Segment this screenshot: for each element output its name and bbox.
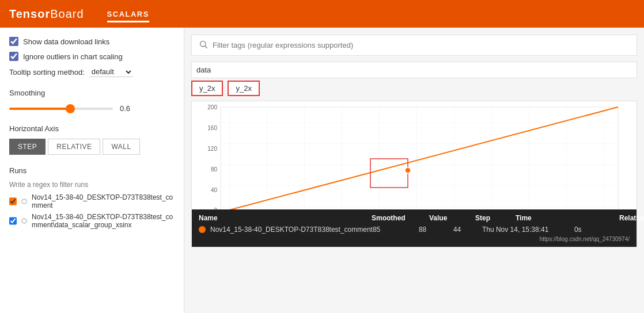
svg-line-1: [205, 46, 207, 48]
tooltip-sorting-select[interactable]: default: [89, 67, 133, 77]
run-item-1: Nov14_15-38-40_DESKTOP-D73T838test_comme…: [9, 213, 175, 229]
tooltip-cols: Nov14_15-38-40_DESKTOP-D73T838test_comme…: [210, 226, 630, 234]
tooltip-header-name: Name: [199, 214, 360, 222]
show-download-label: Show data download links: [23, 37, 109, 46]
runs-filter-label: Write a regex to filter runs: [9, 181, 175, 189]
run-dot-1: [21, 218, 27, 224]
tooltip-name: Nov14_15-38-40_DESKTOP-D73T838test_comme…: [210, 226, 373, 234]
run-name-0: Nov14_15-38-40_DESKTOP-D73T838test_comme…: [32, 193, 175, 209]
smoothing-title: Smoothing: [9, 89, 175, 97]
tooltip-relative: 0s: [574, 226, 603, 234]
logo-light: Board: [50, 7, 84, 20]
svg-text:200: 200: [207, 104, 217, 110]
tooltip-overlay: Name Smoothed Value Step Time Relative N…: [192, 209, 637, 247]
run-checkbox-1[interactable]: [9, 217, 17, 225]
svg-point-22: [405, 167, 411, 173]
runs-title: Runs: [9, 166, 175, 175]
app-logo: TensorBoard: [9, 7, 84, 21]
run-dot-0: [21, 199, 27, 204]
chart-wrapper: 200 160 120 80 40 0 0 10 20 30 40 50 60 …: [191, 101, 637, 247]
tooltip-header: Name Smoothed Value Step Time Relative: [199, 214, 630, 222]
tooltip-dot: [199, 226, 206, 233]
tag-items-row: y_2x y_2x: [191, 81, 637, 96]
tooltip-value: 88: [419, 226, 453, 234]
nav-scalars[interactable]: SCALARS: [107, 10, 149, 22]
layout: Show data download links Ignore outliers…: [0, 28, 644, 313]
horizontal-axis-title: Horizontal Axis: [9, 124, 175, 133]
main-nav[interactable]: SCALARS: [107, 10, 149, 18]
run-checkbox-0[interactable]: [9, 197, 17, 205]
header: TensorBoard SCALARS: [0, 0, 644, 28]
smoothing-value: 0.6: [120, 104, 136, 113]
ignore-outliers-label: Ignore outliers in chart scaling: [23, 52, 123, 61]
tooltip-data-row: Nov14_15-38-40_DESKTOP-D73T838test_comme…: [199, 226, 630, 234]
horizontal-axis-section: Horizontal Axis STEP RELATIVE WALL: [9, 124, 175, 155]
svg-text:120: 120: [207, 146, 217, 152]
tooltip-time: Thu Nov 14, 15:38:41: [482, 226, 574, 234]
runs-section: Runs Write a regex to filter runs Nov14_…: [9, 166, 175, 229]
run-item-0: Nov14_15-38-40_DESKTOP-D73T838test_comme…: [9, 193, 175, 209]
chart-svg: 200 160 120 80 40 0 0 10 20 30 40 50 60 …: [192, 101, 630, 228]
svg-text:40: 40: [211, 187, 218, 193]
tooltip-header-time: Time: [516, 214, 608, 222]
ignore-outliers-checkbox[interactable]: [9, 52, 18, 61]
svg-text:160: 160: [207, 125, 217, 131]
tooltip-header-value: Value: [429, 214, 464, 222]
show-download-row: Show data download links: [9, 37, 175, 46]
axis-buttons: STEP RELATIVE WALL: [9, 139, 175, 155]
show-download-checkbox[interactable]: [9, 37, 18, 46]
smoothing-row: 0.6: [9, 104, 175, 113]
filter-input[interactable]: [213, 41, 630, 49]
tooltip-step: 44: [453, 226, 482, 234]
search-icon: [199, 40, 208, 51]
axis-btn-relative[interactable]: RELATIVE: [48, 139, 100, 155]
data-label: data: [191, 62, 637, 78]
smoothing-slider[interactable]: [9, 108, 113, 110]
tag-item-1[interactable]: y_2x: [228, 81, 259, 96]
main-content: data y_2x y_2x 200 160 120 80: [184, 28, 644, 313]
axis-btn-step[interactable]: STEP: [9, 139, 46, 155]
tooltip-header-smoothed: Smoothed: [372, 214, 418, 222]
smoothing-section: Smoothing 0.6: [9, 89, 175, 113]
tooltip-header-relative: Relative: [619, 214, 644, 222]
logo-bold: Tensor: [9, 7, 50, 20]
sidebar: Show data download links Ignore outliers…: [0, 28, 184, 313]
axis-btn-wall[interactable]: WALL: [103, 139, 139, 155]
tag-item-0[interactable]: y_2x: [191, 81, 223, 96]
run-name-1: Nov14_15-38-40_DESKTOP-D73T838test_comme…: [32, 213, 175, 229]
tooltip-sorting-label: Tooltip sorting method:: [9, 68, 85, 77]
url-bar: https://blog.csdn.net/qq_24730974/: [199, 236, 630, 242]
tooltip-sorting-row: Tooltip sorting method: default: [9, 67, 175, 77]
tooltip-header-step: Step: [475, 214, 504, 222]
tooltip-smoothed: 85: [373, 226, 419, 234]
filter-bar: [191, 35, 637, 56]
ignore-outliers-row: Ignore outliers in chart scaling: [9, 52, 175, 61]
svg-text:80: 80: [211, 166, 218, 173]
svg-point-0: [200, 41, 206, 47]
